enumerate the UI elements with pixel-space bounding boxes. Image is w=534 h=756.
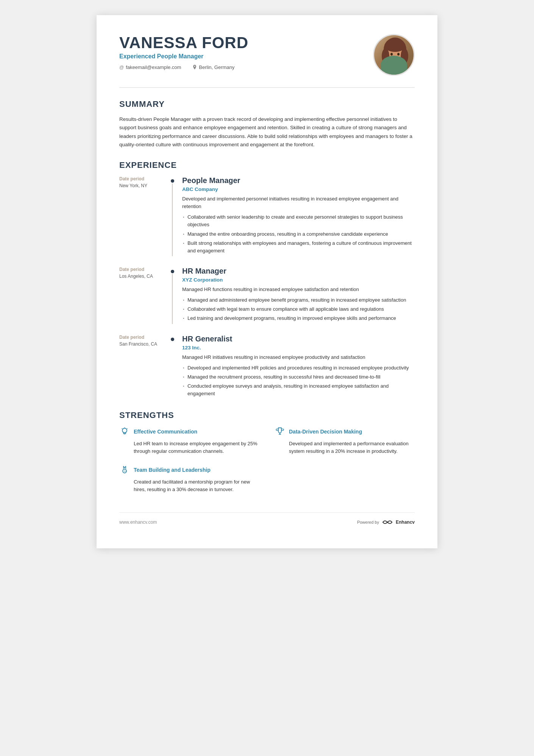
strength-title: Data-Driven Decision Making bbox=[289, 429, 362, 435]
bullet-item: Developed and implemented HR policies an… bbox=[182, 364, 415, 372]
exp-bullets: Collaborated with senior leadership to c… bbox=[182, 213, 415, 255]
candidate-name: VANESSA FORD bbox=[119, 34, 373, 52]
exp-dot bbox=[171, 179, 174, 183]
enhancv-logo-icon bbox=[382, 519, 393, 526]
exp-company: 123 Inc. bbox=[182, 345, 415, 351]
svg-point-4 bbox=[384, 40, 406, 52]
bullet-item: Managed and administered employee benefi… bbox=[182, 296, 415, 304]
powered-by-label: Powered by bbox=[357, 520, 379, 524]
svg-point-8 bbox=[122, 428, 127, 433]
exp-timeline bbox=[169, 335, 176, 399]
svg-line-12 bbox=[127, 429, 128, 429]
bullet-item: Conducted employee surveys and analysis,… bbox=[182, 382, 415, 398]
svg-point-6 bbox=[397, 53, 400, 56]
bullet-item: Led training and development programs, r… bbox=[182, 315, 415, 322]
svg-rect-7 bbox=[392, 63, 398, 68]
svg-point-2 bbox=[382, 49, 389, 64]
exp-location: San Francisco, CA bbox=[119, 341, 165, 347]
contact-info: @ fakeemail@example.com Berlin, Germany bbox=[119, 64, 373, 70]
exp-location: Los Angeles, CA bbox=[119, 274, 165, 279]
strength-header: Data-Driven Decision Making bbox=[275, 426, 415, 437]
strengths-title: STRENGTHS bbox=[119, 410, 415, 420]
exp-description: Developed and implemented personnel init… bbox=[182, 195, 415, 210]
strength-title: Effective Communication bbox=[134, 429, 197, 435]
exp-date: Date period bbox=[119, 176, 165, 182]
strength-item: Data-Driven Decision Making Developed an… bbox=[275, 426, 415, 455]
exp-description: Managed HR functions resulting in increa… bbox=[182, 286, 415, 293]
footer-brand: Powered by Enhancv bbox=[357, 519, 415, 526]
strengths-grid: Effective Communication Led HR team to i… bbox=[119, 426, 415, 493]
exp-company: ABC Company bbox=[182, 186, 415, 192]
trophy-icon bbox=[275, 426, 285, 437]
lightbulb-icon bbox=[119, 426, 130, 437]
strength-item: 1st Team Building and Leadership Created… bbox=[119, 465, 259, 493]
strength-header: 1st Team Building and Leadership bbox=[119, 465, 259, 475]
footer-website: www.enhancv.com bbox=[119, 520, 157, 525]
bullet-item: Built strong relationships with employee… bbox=[182, 239, 415, 255]
exp-right: HR Generalist 123 Inc. Managed HR initia… bbox=[176, 335, 415, 399]
svg-text:1st: 1st bbox=[124, 470, 127, 472]
exp-left: Date period San Francisco, CA bbox=[119, 335, 169, 399]
experience-section: EXPERIENCE Date period New York, NY Peop… bbox=[119, 160, 415, 399]
summary-text: Results-driven People Manager with a pro… bbox=[119, 115, 415, 149]
exp-right: HR Manager XYZ Corporation Managed HR fu… bbox=[176, 267, 415, 324]
bullet-item: Managed the entire onboarding process, r… bbox=[182, 230, 415, 238]
strength-header: Effective Communication bbox=[119, 426, 259, 437]
exp-timeline bbox=[169, 267, 176, 324]
exp-line bbox=[172, 274, 173, 324]
experience-title: EXPERIENCE bbox=[119, 160, 415, 170]
exp-line bbox=[172, 183, 173, 256]
avatar bbox=[373, 34, 415, 76]
bullet-item: Collaborated with senior leadership to c… bbox=[182, 213, 415, 229]
exp-job-title: HR Manager bbox=[182, 267, 415, 275]
location-icon bbox=[192, 64, 197, 70]
strength-description: Developed and implemented a performance … bbox=[275, 440, 415, 455]
experience-item: Date period New York, NY People Manager … bbox=[119, 176, 415, 256]
svg-line-11 bbox=[122, 429, 123, 429]
exp-timeline bbox=[169, 176, 176, 256]
header-section: VANESSA FORD Experienced People Manager … bbox=[119, 34, 415, 76]
location-value: Berlin, Germany bbox=[199, 64, 234, 70]
medal-icon: 1st bbox=[119, 465, 130, 475]
exp-bullets: Developed and implemented HR policies an… bbox=[182, 364, 415, 398]
exp-location: New York, NY bbox=[119, 183, 165, 188]
summary-section: SUMMARY Results-driven People Manager wi… bbox=[119, 99, 415, 149]
summary-title: SUMMARY bbox=[119, 99, 415, 109]
exp-date: Date period bbox=[119, 267, 165, 272]
header-left: VANESSA FORD Experienced People Manager … bbox=[119, 34, 373, 70]
strength-item: Effective Communication Led HR team to i… bbox=[119, 426, 259, 455]
svg-point-3 bbox=[401, 49, 408, 64]
header-divider bbox=[119, 87, 415, 88]
exp-description: Managed HR initiatives resulting in incr… bbox=[182, 354, 415, 361]
experience-item: Date period Los Angeles, CA HR Manager X… bbox=[119, 267, 415, 324]
strength-description: Created and facilitated a mentorship pro… bbox=[119, 478, 259, 493]
resume-page: VANESSA FORD Experienced People Manager … bbox=[97, 15, 437, 548]
experience-list: Date period New York, NY People Manager … bbox=[119, 176, 415, 399]
strength-title: Team Building and Leadership bbox=[134, 467, 211, 473]
bullet-item: Managed the recruitment process, resulti… bbox=[182, 373, 415, 381]
exp-company: XYZ Corporation bbox=[182, 277, 415, 283]
avatar-image bbox=[374, 35, 414, 75]
email-value: fakeemail@example.com bbox=[126, 64, 181, 70]
exp-job-title: People Manager bbox=[182, 176, 415, 185]
email-icon: @ bbox=[119, 65, 124, 70]
strengths-section: STRENGTHS Effective Communication Led HR… bbox=[119, 410, 415, 493]
svg-point-5 bbox=[390, 53, 393, 56]
exp-job-title: HR Generalist bbox=[182, 335, 415, 343]
location-contact: Berlin, Germany bbox=[192, 64, 234, 70]
bullet-item: Collaborated with legal team to ensure c… bbox=[182, 305, 415, 313]
footer: www.enhancv.com Powered by Enhancv bbox=[119, 512, 415, 526]
exp-right: People Manager ABC Company Developed and… bbox=[176, 176, 415, 256]
exp-bullets: Managed and administered employee benefi… bbox=[182, 296, 415, 322]
footer-brand-name: Enhancv bbox=[396, 520, 415, 525]
candidate-title: Experienced People Manager bbox=[119, 53, 373, 60]
exp-date: Date period bbox=[119, 335, 165, 340]
exp-left: Date period New York, NY bbox=[119, 176, 169, 256]
exp-left: Date period Los Angeles, CA bbox=[119, 267, 169, 324]
strength-description: Led HR team to increase employee engagem… bbox=[119, 440, 259, 455]
experience-item: Date period San Francisco, CA HR General… bbox=[119, 335, 415, 399]
exp-dot bbox=[171, 270, 174, 273]
exp-dot bbox=[171, 338, 174, 341]
email-contact: @ fakeemail@example.com bbox=[119, 64, 181, 70]
